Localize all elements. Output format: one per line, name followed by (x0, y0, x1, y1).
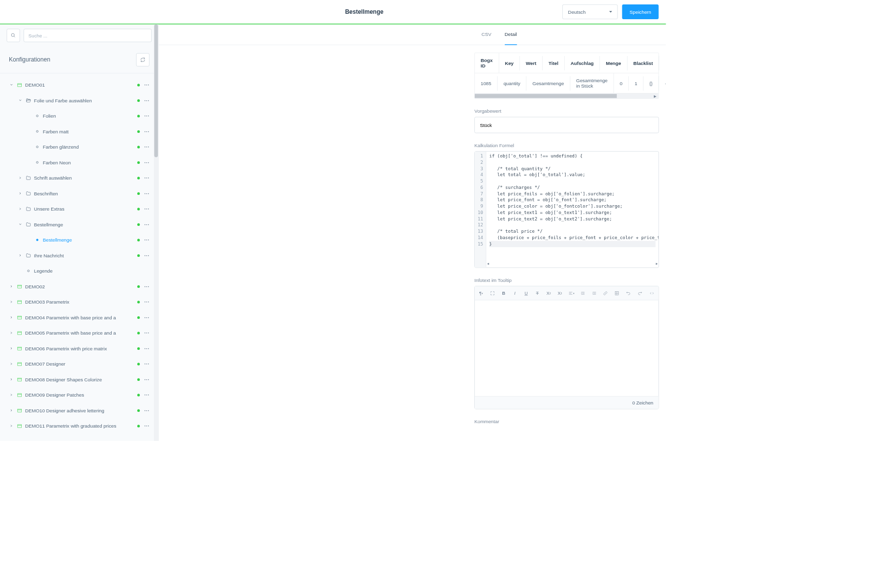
italic-icon[interactable]: I (512, 290, 518, 296)
search-input[interactable] (24, 29, 152, 42)
box-icon (16, 377, 23, 382)
strike-icon[interactable]: T (534, 290, 540, 296)
table-header: Aufschlag (564, 56, 600, 70)
status-dot (137, 208, 140, 210)
pilcrow-icon[interactable]: ¶▾ (478, 290, 484, 296)
tree-item[interactable]: Unsere Extras ··· (0, 201, 158, 217)
more-icon[interactable]: ··· (144, 144, 152, 150)
tree-item[interactable]: Folie und Farbe auswählen ··· (0, 93, 158, 108)
tree-label: Farben Neon (43, 159, 133, 165)
more-icon[interactable]: ··· (144, 407, 152, 413)
undo-icon[interactable] (625, 290, 631, 296)
refresh-button[interactable] (136, 53, 150, 66)
more-icon[interactable]: ··· (144, 82, 152, 88)
subscript-icon[interactable]: X2 (557, 290, 562, 296)
align-icon[interactable]: ▾ (568, 290, 574, 296)
code-icon[interactable] (649, 290, 655, 296)
outdent-icon[interactable] (580, 290, 585, 296)
box-icon (16, 315, 23, 320)
bullet-icon (34, 161, 41, 164)
tree-item[interactable]: DEMO07 Designer ··· (0, 356, 158, 372)
search-icon[interactable] (7, 29, 20, 42)
more-icon[interactable]: ··· (144, 283, 152, 289)
tree-item[interactable]: DEMO05 Parametrix with base price and a … (0, 325, 158, 341)
formula-editor[interactable]: 123456789101112131415 if (obj['o_total']… (474, 151, 659, 268)
save-button[interactable]: Speichern (622, 4, 659, 19)
tree-item[interactable]: DEMO01 ··· (0, 77, 158, 93)
status-dot (137, 285, 140, 287)
editor-body[interactable] (475, 300, 659, 396)
more-icon[interactable]: ··· (144, 345, 152, 351)
row-actions[interactable]: ··· (659, 76, 666, 90)
language-select[interactable]: Deutsch (562, 4, 618, 19)
tree-item[interactable]: Bestellmenge ··· (0, 232, 158, 248)
table-icon[interactable] (614, 290, 619, 296)
fullscreen-icon[interactable] (490, 290, 495, 296)
status-dot (137, 409, 140, 411)
page-title: Bestellmenge (7, 8, 562, 15)
more-icon[interactable]: ··· (144, 190, 152, 196)
bullet-icon (25, 270, 32, 272)
more-icon[interactable]: ··· (144, 113, 152, 119)
more-icon[interactable]: ··· (144, 128, 152, 134)
more-icon[interactable]: ··· (144, 423, 152, 429)
tree-item[interactable]: DEMO04 Parametrix with base price and a … (0, 309, 158, 325)
more-icon[interactable]: ··· (144, 159, 152, 165)
more-icon[interactable]: ··· (144, 392, 152, 398)
tree-item[interactable]: Ihre Nachricht ··· (0, 248, 158, 263)
more-icon[interactable]: ··· (144, 175, 152, 181)
tree-item[interactable]: Farben matt ··· (0, 124, 158, 139)
chevron-icon (9, 347, 14, 350)
tree-item[interactable]: DEMO06 Parametrix wirth price matrix ··· (0, 340, 158, 356)
tree-label: Folien (43, 113, 133, 119)
tree-item[interactable]: Legende (0, 263, 158, 279)
tree-item[interactable]: DEMO09 Designer Patches ··· (0, 387, 158, 403)
table-scrollbar[interactable]: ◀ ▶ (475, 93, 659, 98)
tree-item[interactable]: DEMO10 Designer adhesive lettering ··· (0, 402, 158, 418)
box-icon (16, 361, 23, 367)
indent-icon[interactable] (591, 290, 597, 296)
comment-label: Kommentar (474, 419, 659, 424)
sidebar-scrollbar[interactable] (154, 25, 158, 441)
table-cell: Gesamtmenge (526, 76, 570, 90)
underline-icon[interactable]: U (523, 290, 529, 296)
folder-open-icon (25, 98, 32, 103)
tree-label: Folie und Farbe auswählen (34, 97, 133, 103)
more-icon[interactable]: ··· (144, 221, 152, 227)
table-header: Menge (600, 56, 627, 70)
more-icon[interactable]: ··· (144, 330, 152, 336)
tree-item[interactable]: Bestellmenge ··· (0, 217, 158, 232)
tree-item[interactable]: Beschriften ··· (0, 186, 158, 201)
tab-detail[interactable]: Detail (505, 25, 517, 45)
more-icon[interactable]: ··· (144, 376, 152, 382)
more-icon[interactable]: ··· (144, 97, 152, 103)
more-icon[interactable]: ··· (144, 237, 152, 243)
tree-item[interactable]: DEMO02 ··· (0, 279, 158, 294)
bold-icon[interactable]: B (501, 290, 506, 296)
link-icon[interactable] (603, 290, 608, 296)
tree-label: Schrift auswählen (34, 175, 133, 181)
more-icon[interactable]: ··· (144, 299, 152, 305)
box-icon (16, 346, 23, 351)
tree-item[interactable]: Farben Neon ··· (0, 155, 158, 170)
more-icon[interactable]: ··· (144, 314, 152, 320)
table-header: Bogx ID (475, 53, 499, 73)
more-icon[interactable]: ··· (144, 206, 152, 212)
tree-item[interactable]: DEMO03 Parametrix ··· (0, 294, 158, 310)
more-icon[interactable]: ··· (144, 252, 152, 258)
more-icon[interactable]: ··· (144, 361, 152, 367)
superscript-icon[interactable]: X2 (546, 290, 551, 296)
box-icon (16, 423, 23, 429)
tree-item[interactable]: Schrift auswählen ··· (0, 170, 158, 186)
tree-label: DEMO09 Designer Patches (25, 392, 133, 398)
table-cell: 1 (628, 76, 643, 90)
default-value-input[interactable] (474, 117, 659, 133)
tree-item[interactable]: DEMO11 Parametrix with graduated prices … (0, 418, 158, 434)
tree-item[interactable]: Farben glänzend ··· (0, 139, 158, 155)
tree-item[interactable]: DEMO08 Designer Shapes Colorize ··· (0, 371, 158, 387)
redo-icon[interactable] (637, 290, 643, 296)
tree-label: Legende (34, 268, 133, 274)
tree-item[interactable]: Folien ··· (0, 108, 158, 124)
tab-csv[interactable]: CSV (482, 25, 491, 45)
tree-label: Unsere Extras (34, 206, 133, 212)
